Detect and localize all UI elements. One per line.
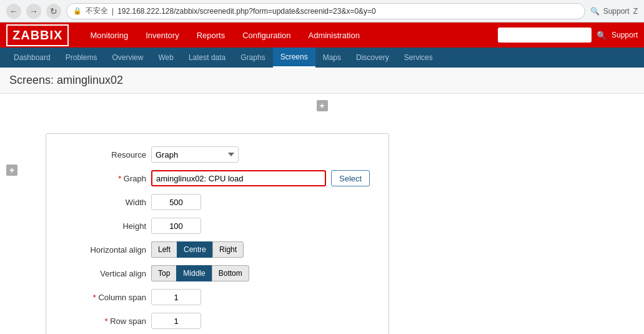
halign-centre-button[interactable]: Centre: [177, 241, 212, 258]
sub-menu-problems[interactable]: Problems: [58, 48, 105, 68]
valign-btn-group: Top Middle Bottom: [151, 265, 249, 281]
back-button[interactable]: ←: [6, 4, 21, 19]
browser-actions: 🔍 Support Z: [590, 7, 638, 16]
forward-button[interactable]: →: [26, 4, 41, 19]
sub-menu-services[interactable]: Services: [397, 48, 440, 68]
colspanrow: Column span: [65, 289, 370, 305]
screen-area: + + Resource Graph Clock Simple graph: [0, 94, 644, 334]
valign-label: Vertical align: [65, 269, 146, 278]
rowspan-input[interactable]: [151, 313, 201, 329]
menu-item-monitoring[interactable]: Monitoring: [81, 23, 137, 48]
sub-menu-discovery[interactable]: Discovery: [349, 48, 397, 68]
support-button[interactable]: Support: [612, 31, 638, 39]
sub-nav: Dashboard Problems Overview Web Latest d…: [0, 48, 644, 68]
halign-right-button[interactable]: Right: [212, 241, 244, 258]
rowspan-row: Row span: [65, 313, 370, 329]
support-label[interactable]: Support: [603, 7, 630, 16]
halign-left-button[interactable]: Left: [151, 241, 177, 258]
valign-row: Vertical align Top Middle Bottom: [65, 265, 370, 281]
menu-item-inventory[interactable]: Inventory: [137, 23, 187, 48]
security-label: 不安全: [86, 6, 108, 16]
browser-bar: ← → ↻ 🔒 不安全 | 192.168.222.128/zabbix/scr…: [0, 0, 644, 23]
page-header: Screens: aminglinux02: [0, 68, 644, 94]
resource-row: Resource Graph Clock Simple graph: [65, 146, 370, 163]
sub-menu-graphs[interactable]: Graphs: [233, 48, 272, 68]
sub-menu-overview[interactable]: Overview: [104, 48, 151, 68]
halign-row: Horizontal align Left Centre Right: [65, 241, 370, 258]
main-menu: Monitoring Inventory Reports Configurati…: [81, 23, 368, 48]
width-row: Width: [65, 194, 370, 210]
height-row: Height: [65, 218, 370, 234]
url-text: 192.168.222.128/zabbix/screenedit.php?fo…: [117, 7, 376, 16]
sub-menu-screens[interactable]: Screens: [273, 48, 315, 68]
search-icon-top[interactable]: 🔍: [597, 31, 607, 40]
address-bar[interactable]: 🔒 不安全 | 192.168.222.128/zabbix/screenedi…: [66, 3, 585, 19]
plus-icon-left: +: [9, 165, 14, 175]
sub-menu-web[interactable]: Web: [151, 48, 181, 68]
search-box: 🔍 Support: [498, 28, 638, 43]
top-nav: ZABBIX Monitoring Inventory Reports Conf…: [0, 23, 644, 48]
resource-select[interactable]: Graph Clock Simple graph: [151, 146, 239, 163]
sub-menu-latest-data[interactable]: Latest data: [181, 48, 233, 68]
colspan-input[interactable]: [151, 289, 201, 305]
graph-input-wrap: Select: [151, 170, 370, 186]
graph-label: Graph: [65, 174, 146, 183]
page-title: Screens: aminglinux02: [9, 74, 635, 87]
zabbix-logo[interactable]: ZABBIX: [6, 24, 69, 46]
add-col-left-button[interactable]: +: [6, 164, 17, 176]
colspan-label: Column span: [65, 293, 146, 302]
height-label: Height: [65, 221, 146, 231]
menu-item-reports[interactable]: Reports: [188, 23, 234, 48]
menu-item-administration[interactable]: Administration: [300, 23, 369, 48]
rowspan-label: Row span: [65, 316, 146, 326]
menu-item-configuration[interactable]: Configuration: [234, 23, 299, 48]
sub-menu: Dashboard Problems Overview Web Latest d…: [6, 48, 440, 68]
select-button[interactable]: Select: [331, 170, 370, 186]
graph-input[interactable]: [151, 170, 326, 186]
sub-menu-maps[interactable]: Maps: [315, 48, 349, 68]
halign-label: Horizontal align: [65, 245, 146, 255]
valign-bottom-button[interactable]: Bottom: [212, 265, 249, 281]
search-icon[interactable]: 🔍: [590, 7, 600, 16]
form-panel: Resource Graph Clock Simple graph Graph …: [46, 133, 389, 334]
add-row-top-button[interactable]: +: [317, 100, 328, 111]
width-label: Width: [65, 198, 146, 207]
valign-top-button[interactable]: Top: [151, 265, 176, 281]
page-content: Screens: aminglinux02 + + Resource: [0, 68, 644, 334]
width-input[interactable]: [151, 194, 201, 210]
graph-row: Graph Select: [65, 170, 370, 186]
height-input[interactable]: [151, 218, 201, 234]
zabbix-shortcut: Z: [633, 7, 638, 16]
search-input[interactable]: [498, 28, 592, 43]
valign-middle-button[interactable]: Middle: [176, 265, 211, 281]
halign-btn-group: Left Centre Right: [151, 241, 244, 258]
security-icon: 🔒: [73, 7, 82, 15]
refresh-button[interactable]: ↻: [46, 4, 61, 19]
resource-label: Resource: [65, 150, 146, 159]
sub-menu-dashboard[interactable]: Dashboard: [6, 48, 58, 68]
plus-icon: +: [319, 101, 324, 111]
